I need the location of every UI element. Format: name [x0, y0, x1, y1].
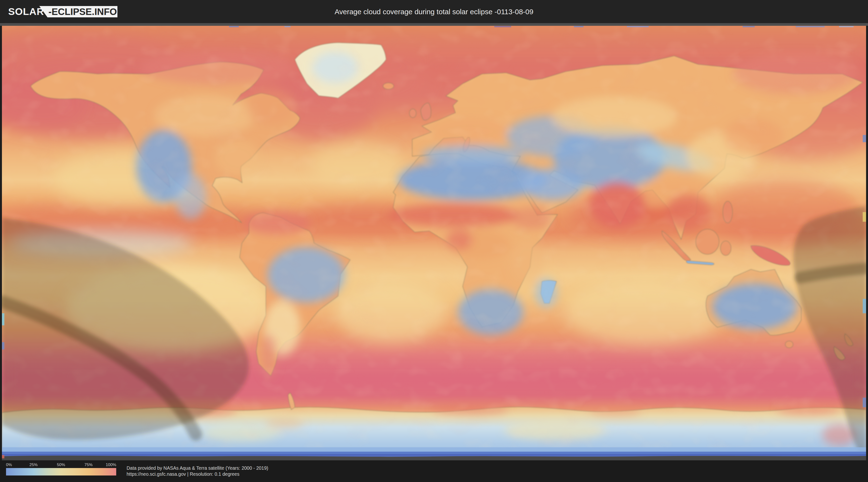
attribution-line-2: https://neo.sci.gsfc.nasa.gov | Resoluti…: [127, 471, 268, 477]
legend-color-bar: [6, 468, 116, 476]
attribution-line-1: Data provided by NASAs Aqua & Terra sate…: [127, 465, 268, 471]
legend-tick-25: 25%: [29, 462, 38, 467]
header: SOLAR -ECLIPSE.INFO: [0, 0, 868, 23]
page: SOLAR -ECLIPSE.INFO Average cloud covera…: [0, 0, 868, 482]
site-logo[interactable]: SOLAR -ECLIPSE.INFO: [8, 0, 44, 23]
legend-tick-50: 50%: [57, 462, 65, 467]
legend-tick-100: 100%: [106, 462, 116, 467]
divider-line: [0, 23, 868, 26]
legend-tick-0: 0%: [6, 462, 12, 467]
legend-tick-75: 75%: [84, 462, 93, 467]
world-cloud-map: [0, 0, 868, 482]
attribution: Data provided by NASAs Aqua & Terra sate…: [127, 465, 268, 477]
logo-text-solar: SOLAR: [8, 0, 44, 23]
footer: 0% 25% 50% 75% 100% Data provided by NAS…: [0, 461, 868, 482]
logo-box: -ECLIPSE.INFO: [39, 6, 117, 18]
logo-text-eclipse-info: -ECLIPSE.INFO: [39, 6, 117, 18]
south-pole-edge: [2, 447, 866, 461]
